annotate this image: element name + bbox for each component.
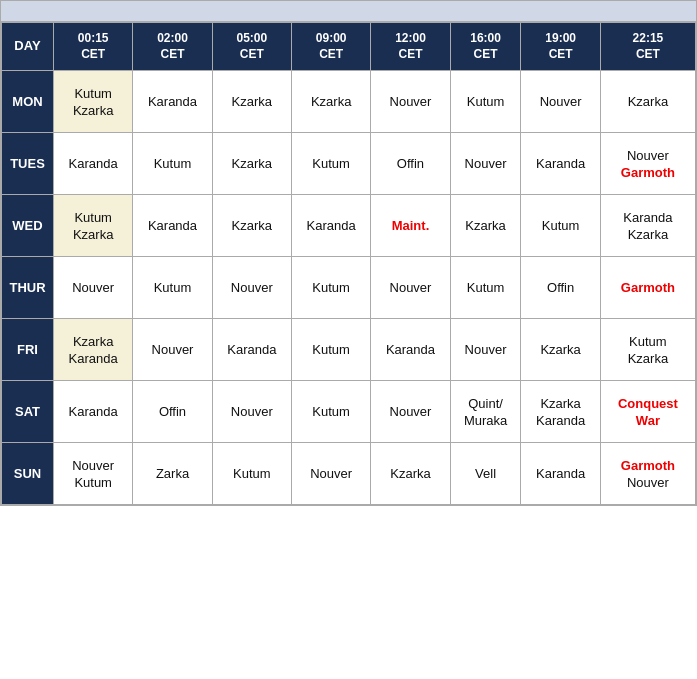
day-label: THUR — [2, 257, 54, 319]
table-row: TUESKarandaKutumKzarkaKutumOffinNouverKa… — [2, 133, 696, 195]
cell-sun-7: GarmothNouver — [600, 443, 695, 505]
time-header-3: 09:00CET — [291, 23, 370, 71]
cell-tues-7: NouverGarmoth — [600, 133, 695, 195]
time-header-6: 19:00CET — [521, 23, 600, 71]
day-label: TUES — [2, 133, 54, 195]
title — [1, 1, 696, 22]
cell-thur-5: Kutum — [450, 257, 521, 319]
cell-mon-0: KutumKzarka — [54, 71, 133, 133]
cell-wed-3: Karanda — [291, 195, 370, 257]
cell-sun-4: Kzarka — [371, 443, 450, 505]
cell-fri-0: KzarkaKaranda — [54, 319, 133, 381]
table-row: THURNouverKutumNouverKutumNouverKutumOff… — [2, 257, 696, 319]
cell-mon-6: Nouver — [521, 71, 600, 133]
cell-mon-2: Kzarka — [212, 71, 291, 133]
time-header-0: 00:15CET — [54, 23, 133, 71]
cell-sat-2: Nouver — [212, 381, 291, 443]
cell-sun-0: NouverKutum — [54, 443, 133, 505]
cell-fri-4: Karanda — [371, 319, 450, 381]
cell-sat-4: Nouver — [371, 381, 450, 443]
cell-fri-3: Kutum — [291, 319, 370, 381]
cell-fri-2: Karanda — [212, 319, 291, 381]
time-header-7: 22:15CET — [600, 23, 695, 71]
cell-sat-1: Offin — [133, 381, 212, 443]
time-header-4: 12:00CET — [371, 23, 450, 71]
cell-sun-6: Karanda — [521, 443, 600, 505]
day-header: DAY — [2, 23, 54, 71]
day-label: SUN — [2, 443, 54, 505]
cell-mon-1: Karanda — [133, 71, 212, 133]
cell-sat-6: KzarkaKaranda — [521, 381, 600, 443]
cell-tues-0: Karanda — [54, 133, 133, 195]
cell-mon-7: Kzarka — [600, 71, 695, 133]
cell-fri-6: Kzarka — [521, 319, 600, 381]
cell-wed-6: Kutum — [521, 195, 600, 257]
cell-sun-2: Kutum — [212, 443, 291, 505]
schedule-table: DAY 00:15CET02:00CET05:00CET09:00CET12:0… — [1, 22, 696, 505]
day-label: MON — [2, 71, 54, 133]
schedule-container: DAY 00:15CET02:00CET05:00CET09:00CET12:0… — [0, 0, 697, 506]
cell-mon-5: Kutum — [450, 71, 521, 133]
table-row: FRIKzarkaKarandaNouverKarandaKutumKarand… — [2, 319, 696, 381]
cell-mon-3: Kzarka — [291, 71, 370, 133]
day-label: FRI — [2, 319, 54, 381]
cell-sat-0: Karanda — [54, 381, 133, 443]
table-row: SATKarandaOffinNouverKutumNouverQuint/Mu… — [2, 381, 696, 443]
cell-sat-3: Kutum — [291, 381, 370, 443]
cell-fri-1: Nouver — [133, 319, 212, 381]
cell-tues-4: Offin — [371, 133, 450, 195]
cell-tues-6: Karanda — [521, 133, 600, 195]
cell-thur-0: Nouver — [54, 257, 133, 319]
cell-tues-2: Kzarka — [212, 133, 291, 195]
cell-sun-3: Nouver — [291, 443, 370, 505]
table-row: WEDKutumKzarkaKarandaKzarkaKarandaMaint.… — [2, 195, 696, 257]
table-row: MONKutumKzarkaKarandaKzarkaKzarkaNouverK… — [2, 71, 696, 133]
cell-thur-2: Nouver — [212, 257, 291, 319]
cell-wed-2: Kzarka — [212, 195, 291, 257]
cell-thur-6: Offin — [521, 257, 600, 319]
table-row: SUNNouverKutumZarkaKutumNouverKzarkaVell… — [2, 443, 696, 505]
cell-thur-3: Kutum — [291, 257, 370, 319]
cell-fri-7: KutumKzarka — [600, 319, 695, 381]
cell-thur-7: Garmoth — [600, 257, 695, 319]
cell-sun-5: Vell — [450, 443, 521, 505]
cell-wed-5: Kzarka — [450, 195, 521, 257]
cell-fri-5: Nouver — [450, 319, 521, 381]
cell-tues-5: Nouver — [450, 133, 521, 195]
cell-sat-7: ConquestWar — [600, 381, 695, 443]
cell-wed-4: Maint. — [371, 195, 450, 257]
day-label: SAT — [2, 381, 54, 443]
cell-wed-1: Karanda — [133, 195, 212, 257]
cell-wed-0: KutumKzarka — [54, 195, 133, 257]
time-header-2: 05:00CET — [212, 23, 291, 71]
cell-wed-7: KarandaKzarka — [600, 195, 695, 257]
cell-thur-4: Nouver — [371, 257, 450, 319]
time-header-5: 16:00CET — [450, 23, 521, 71]
time-header-1: 02:00CET — [133, 23, 212, 71]
day-label: WED — [2, 195, 54, 257]
cell-tues-3: Kutum — [291, 133, 370, 195]
cell-tues-1: Kutum — [133, 133, 212, 195]
cell-sun-1: Zarka — [133, 443, 212, 505]
cell-thur-1: Kutum — [133, 257, 212, 319]
cell-mon-4: Nouver — [371, 71, 450, 133]
cell-sat-5: Quint/Muraka — [450, 381, 521, 443]
